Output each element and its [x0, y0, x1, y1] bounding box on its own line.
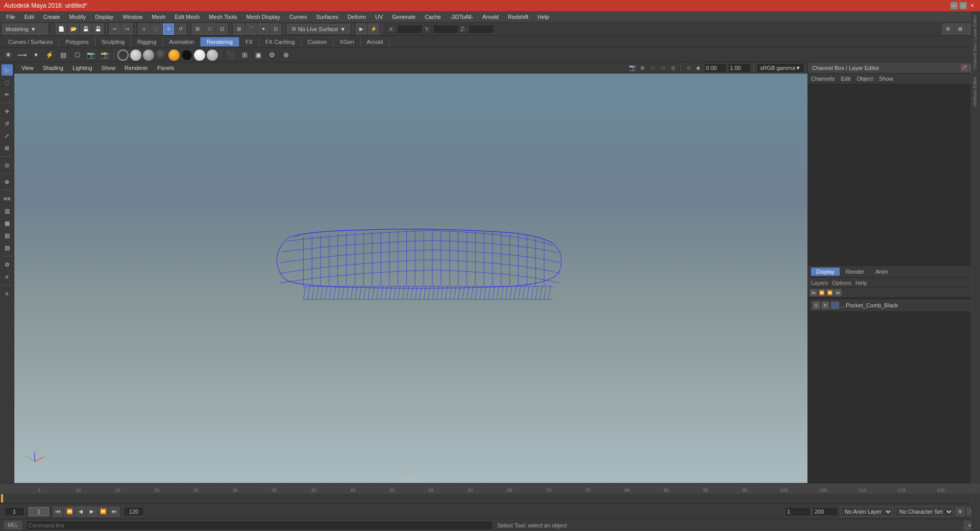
anim-min-input[interactable]	[785, 507, 811, 516]
vp-select-camera-btn[interactable]: 📷	[628, 63, 637, 73]
range-start-input[interactable]	[4, 507, 24, 516]
cb-tab-show[interactable]: Show	[879, 76, 893, 82]
lasso-tool-left[interactable]: ◌	[2, 77, 13, 88]
tab-animation[interactable]: Animation	[163, 37, 201, 46]
transform-tool-left[interactable]: ⊞	[2, 142, 13, 154]
anim-max-input[interactable]	[813, 507, 838, 516]
vp-poly-btn[interactable]: □	[658, 63, 668, 73]
move-tool-button[interactable]: ✛	[163, 23, 174, 35]
render-left[interactable]: ▦	[2, 218, 13, 229]
snap-surface-button[interactable]: ⊡	[270, 23, 281, 35]
gamma-display[interactable]: sRGB gamma ▼	[756, 63, 804, 73]
cb-tab-channels[interactable]: Channels	[811, 76, 835, 82]
menu-display[interactable]: Display	[91, 13, 117, 21]
tab-arnold[interactable]: Arnold	[361, 37, 390, 46]
toolbar-right-icon2[interactable]: ⊞	[954, 23, 966, 35]
sphere-orange-icon[interactable]	[168, 50, 180, 61]
render-sequence-icon[interactable]: ⊕	[280, 49, 292, 61]
vp-menu-view[interactable]: View	[17, 64, 38, 72]
ambient-light-icon[interactable]: ☀	[2, 49, 14, 61]
layer-v-check[interactable]: V	[813, 302, 820, 309]
timeline-ruler[interactable]: 5 10 15 20 25 30 35 40 45 50 55 60 65 70…	[0, 484, 980, 494]
menu-curves[interactable]: Curves	[285, 13, 311, 21]
x-input[interactable]	[397, 25, 423, 34]
sphere-outline-icon[interactable]	[117, 50, 129, 61]
rotate-tool-left[interactable]: ↺	[2, 118, 13, 129]
soft-select-left[interactable]: ◎	[2, 159, 13, 171]
save-as-button[interactable]: 💾	[92, 23, 104, 35]
vp-menu-show[interactable]: Show	[97, 64, 120, 72]
play-fwd-btn[interactable]: ▶	[87, 506, 97, 517]
vp-menu-panels[interactable]: Panels	[153, 64, 179, 72]
menu-arnold[interactable]: Arnold	[478, 13, 503, 21]
tab-custom[interactable]: Custom	[302, 37, 334, 46]
anim-options-btn[interactable]: ⚙	[955, 507, 965, 516]
tab-polygons[interactable]: Polygons	[59, 37, 95, 46]
y-input[interactable]	[433, 25, 458, 34]
z-input[interactable]	[469, 25, 494, 34]
tool-settings-left[interactable]: ⚙	[2, 259, 13, 270]
vp-value2-input[interactable]	[728, 63, 751, 73]
paint-tool-left[interactable]: ✏	[2, 89, 13, 100]
scale-tool-left[interactable]: ⤢	[2, 130, 13, 141]
cb-sub-help[interactable]: Help	[855, 280, 867, 286]
open-file-button[interactable]: 📂	[68, 23, 79, 35]
menu-edit[interactable]: Edit	[20, 13, 38, 21]
layer-p-check[interactable]: P	[822, 302, 829, 309]
cb-tab-edit[interactable]: Edit	[841, 76, 850, 82]
cb-tab-render[interactable]: Render	[841, 268, 869, 276]
render-settings-icon[interactable]: ⚙	[266, 49, 278, 61]
extra-btn-left[interactable]: ≡	[2, 288, 13, 299]
menu-edit-mesh[interactable]: Edit Mesh	[170, 13, 204, 21]
layer-fwd-btn[interactable]: ⏩	[826, 289, 834, 296]
vp-grid-btn[interactable]: ⊞	[638, 63, 647, 73]
snap-icons-group[interactable]: ⊞⊞	[2, 193, 13, 204]
maximize-button[interactable]: □	[960, 2, 967, 9]
command-line-input[interactable]	[26, 521, 494, 530]
move-tool-left[interactable]: ✛	[2, 106, 13, 117]
timeline-track[interactable]	[0, 494, 980, 504]
redo-button[interactable]: ↪	[121, 23, 133, 35]
no-live-surface-button[interactable]: ⊘ No Live Surface ▼	[287, 24, 350, 34]
tab-fx-caching[interactable]: FX Caching	[259, 37, 301, 46]
current-time-input[interactable]	[29, 507, 49, 516]
cb-tab-display[interactable]: Display	[811, 268, 840, 276]
directional-light-icon[interactable]: ⟿	[16, 49, 28, 61]
layer-next-btn[interactable]: ⏭	[835, 289, 842, 296]
cb-pin-btn[interactable]: 📌	[961, 64, 968, 71]
layer-back-btn[interactable]: ⏪	[818, 289, 825, 296]
stereo-camera-icon[interactable]: 📸	[99, 49, 111, 61]
char-set-select[interactable]: No Character Set	[895, 506, 953, 517]
cb-sub-layers[interactable]: Layers	[811, 280, 828, 286]
minimize-button[interactable]: ─	[950, 2, 958, 9]
show-manipulator-left[interactable]: ⊕	[2, 176, 13, 187]
select-tool-button[interactable]: ⟡	[138, 23, 150, 35]
module-selector[interactable]: Modeling ▼	[2, 23, 48, 35]
next-frame-btn[interactable]: ⏩	[98, 506, 108, 517]
tab-fx[interactable]: FX	[239, 37, 259, 46]
toolbar-right-icon1[interactable]: ⚙	[942, 23, 953, 35]
menu-surfaces[interactable]: Surfaces	[312, 13, 342, 21]
sphere-gray2-icon[interactable]	[143, 50, 154, 61]
hypershade-icon[interactable]: ⊞	[238, 49, 251, 61]
vp-menu-shading[interactable]: Shading	[39, 64, 67, 72]
snap-point-button[interactable]: ✦	[258, 23, 269, 35]
connect-left[interactable]: ▨	[2, 242, 13, 253]
render-button[interactable]: ▶	[356, 23, 367, 35]
vp-minus-btn[interactable]: ◁	[683, 63, 693, 73]
goto-start-btn[interactable]: ⏮	[53, 506, 63, 517]
menu-uv[interactable]: UV	[371, 13, 387, 21]
menu-mesh[interactable]: Mesh	[148, 13, 169, 21]
save-file-button[interactable]: 💾	[80, 23, 91, 35]
menu-generate[interactable]: Generate	[388, 13, 420, 21]
anim-layer-select[interactable]: No Anim Layer	[840, 506, 893, 517]
vp-value1-input[interactable]	[704, 63, 727, 73]
attr-left[interactable]: ▧	[2, 230, 13, 241]
select-tool-left[interactable]: ▷	[2, 64, 13, 76]
point-light-icon[interactable]: ✦	[30, 49, 42, 61]
cb-tab-object[interactable]: Object	[856, 76, 873, 82]
tab-sculpting[interactable]: Sculpting	[95, 37, 131, 46]
display-setting-left[interactable]: ▥	[2, 205, 13, 216]
viewport[interactable]: .wire { stroke: #1a1aff; stroke-width: 0…	[14, 74, 807, 483]
menu-3dtoall[interactable]: -3DToAll-	[446, 13, 477, 21]
